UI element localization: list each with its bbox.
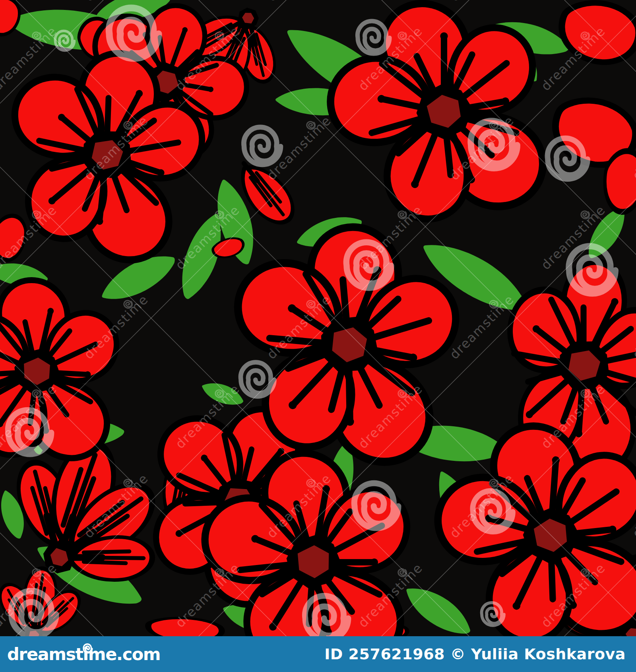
watermark-bar: dreamstime.com ID 257621968 © Yuliia Kos… [0, 636, 636, 672]
dreamstime-logo: dreamstime.com [0, 646, 160, 663]
dreamstime-logo-spiral-icon [83, 643, 93, 654]
flower-pattern-image: dreamstimedreamstimedreamstimedreamstime… [0, 0, 636, 636]
image-id-text: ID 257621968 © Yuliia Koshkarova [324, 645, 636, 663]
